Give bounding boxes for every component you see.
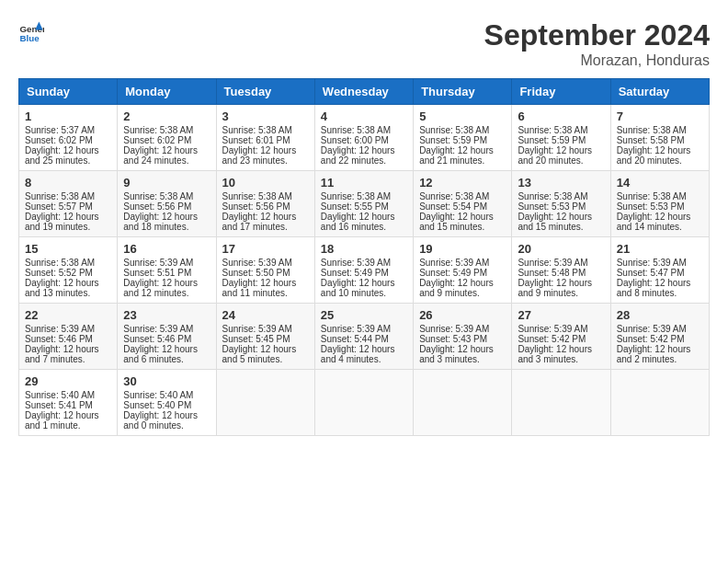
daylight-text: Daylight: 12 hours and 6 minutes. [123, 344, 210, 364]
calendar-day-cell: 19Sunrise: 5:39 AMSunset: 5:49 PMDayligh… [414, 237, 512, 304]
weekday-header-cell: Wednesday [314, 79, 413, 105]
sunrise-text: Sunrise: 5:39 AM [321, 258, 407, 268]
sunset-text: Sunset: 6:02 PM [25, 135, 111, 145]
sunset-text: Sunset: 5:52 PM [25, 268, 111, 278]
day-number: 13 [518, 176, 604, 190]
calendar-day-cell: 2Sunrise: 5:38 AMSunset: 6:02 PMDaylight… [118, 105, 216, 171]
sunrise-text: Sunrise: 5:38 AM [518, 125, 604, 135]
daylight-text: Daylight: 12 hours and 24 minutes. [123, 145, 210, 166]
sunrise-text: Sunrise: 5:39 AM [617, 324, 703, 334]
sunrise-text: Sunrise: 5:38 AM [419, 125, 506, 135]
sunrise-text: Sunrise: 5:39 AM [419, 324, 506, 334]
sunset-text: Sunset: 5:47 PM [617, 268, 703, 278]
sunrise-text: Sunrise: 5:38 AM [222, 125, 309, 135]
calendar-day-cell: 29Sunrise: 5:40 AMSunset: 5:41 PMDayligh… [19, 370, 118, 436]
sunset-text: Sunset: 5:56 PM [222, 201, 309, 212]
day-number: 14 [617, 176, 703, 190]
location-subtitle: Morazan, Honduras [484, 52, 710, 69]
sunset-text: Sunset: 5:45 PM [222, 334, 309, 344]
calendar-week-row: 1Sunrise: 5:37 AMSunset: 6:02 PMDaylight… [19, 105, 710, 171]
day-number: 9 [123, 176, 210, 190]
calendar-day-cell: 3Sunrise: 5:38 AMSunset: 6:01 PMDaylight… [216, 105, 314, 171]
daylight-text: Daylight: 12 hours and 11 minutes. [222, 278, 309, 298]
day-number: 24 [222, 308, 309, 322]
sunrise-text: Sunrise: 5:39 AM [321, 324, 407, 334]
daylight-text: Daylight: 12 hours and 5 minutes. [222, 344, 309, 364]
calendar-day-cell: 26Sunrise: 5:39 AMSunset: 5:43 PMDayligh… [414, 304, 512, 370]
daylight-text: Daylight: 12 hours and 4 minutes. [321, 344, 407, 364]
page-header: General Blue September 2024 Morazan, Hon… [18, 18, 710, 69]
calendar-day-cell: 15Sunrise: 5:38 AMSunset: 5:52 PMDayligh… [19, 237, 118, 304]
daylight-text: Daylight: 12 hours and 14 minutes. [617, 212, 703, 232]
day-number: 17 [222, 242, 309, 256]
sunrise-text: Sunrise: 5:38 AM [123, 125, 210, 135]
calendar-day-cell: 28Sunrise: 5:39 AMSunset: 5:42 PMDayligh… [610, 304, 709, 370]
sunrise-text: Sunrise: 5:38 AM [419, 191, 506, 201]
day-number: 5 [419, 109, 506, 123]
calendar-day-cell: 23Sunrise: 5:39 AMSunset: 5:46 PMDayligh… [118, 304, 216, 370]
daylight-text: Daylight: 12 hours and 17 minutes. [222, 212, 309, 232]
sunrise-text: Sunrise: 5:39 AM [222, 258, 309, 268]
calendar-day-cell: 17Sunrise: 5:39 AMSunset: 5:50 PMDayligh… [216, 237, 314, 304]
calendar-table: SundayMondayTuesdayWednesdayThursdayFrid… [18, 78, 710, 436]
weekday-header-row: SundayMondayTuesdayWednesdayThursdayFrid… [19, 79, 710, 105]
calendar-day-cell: 14Sunrise: 5:38 AMSunset: 5:53 PMDayligh… [610, 171, 709, 237]
day-number: 6 [518, 109, 604, 123]
daylight-text: Daylight: 12 hours and 15 minutes. [419, 212, 506, 232]
calendar-day-cell: 20Sunrise: 5:39 AMSunset: 5:48 PMDayligh… [512, 237, 610, 304]
calendar-day-cell [216, 370, 314, 436]
daylight-text: Daylight: 12 hours and 19 minutes. [25, 212, 111, 232]
calendar-day-cell: 5Sunrise: 5:38 AMSunset: 5:59 PMDaylight… [414, 105, 512, 171]
day-number: 1 [25, 109, 111, 123]
weekday-header-cell: Monday [118, 79, 216, 105]
sunrise-text: Sunrise: 5:38 AM [321, 125, 407, 135]
daylight-text: Daylight: 12 hours and 21 minutes. [419, 145, 506, 166]
calendar-day-cell: 27Sunrise: 5:39 AMSunset: 5:42 PMDayligh… [512, 304, 610, 370]
calendar-day-cell: 30Sunrise: 5:40 AMSunset: 5:40 PMDayligh… [118, 370, 216, 436]
calendar-week-row: 8Sunrise: 5:38 AMSunset: 5:57 PMDaylight… [19, 171, 710, 237]
sunset-text: Sunset: 5:40 PM [123, 400, 210, 410]
sunset-text: Sunset: 5:58 PM [617, 135, 703, 145]
sunrise-text: Sunrise: 5:38 AM [617, 191, 703, 201]
calendar-day-cell: 6Sunrise: 5:38 AMSunset: 5:59 PMDaylight… [512, 105, 610, 171]
daylight-text: Daylight: 12 hours and 10 minutes. [321, 278, 407, 298]
calendar-day-cell: 25Sunrise: 5:39 AMSunset: 5:44 PMDayligh… [314, 304, 413, 370]
weekday-header-cell: Sunday [19, 79, 118, 105]
day-number: 2 [123, 109, 210, 123]
sunset-text: Sunset: 5:41 PM [25, 400, 111, 410]
svg-text:Blue: Blue [19, 33, 40, 43]
calendar-body: 1Sunrise: 5:37 AMSunset: 6:02 PMDaylight… [19, 105, 710, 436]
sunrise-text: Sunrise: 5:39 AM [123, 324, 210, 334]
sunset-text: Sunset: 6:02 PM [123, 135, 210, 145]
day-number: 27 [518, 308, 604, 322]
sunset-text: Sunset: 5:59 PM [419, 135, 506, 145]
daylight-text: Daylight: 12 hours and 20 minutes. [518, 145, 604, 166]
day-number: 15 [25, 242, 111, 256]
daylight-text: Daylight: 12 hours and 3 minutes. [518, 344, 604, 364]
calendar-day-cell: 8Sunrise: 5:38 AMSunset: 5:57 PMDaylight… [19, 171, 118, 237]
sunset-text: Sunset: 5:49 PM [419, 268, 506, 278]
logo-icon: General Blue [18, 18, 44, 44]
calendar-day-cell: 13Sunrise: 5:38 AMSunset: 5:53 PMDayligh… [512, 171, 610, 237]
daylight-text: Daylight: 12 hours and 20 minutes. [617, 145, 703, 166]
sunrise-text: Sunrise: 5:40 AM [25, 390, 111, 400]
sunrise-text: Sunrise: 5:39 AM [222, 324, 309, 334]
daylight-text: Daylight: 12 hours and 13 minutes. [25, 278, 111, 298]
day-number: 7 [617, 109, 703, 123]
day-number: 4 [321, 109, 407, 123]
day-number: 12 [419, 176, 506, 190]
weekday-header-cell: Friday [512, 79, 610, 105]
sunset-text: Sunset: 5:48 PM [518, 268, 604, 278]
sunrise-text: Sunrise: 5:39 AM [518, 324, 604, 334]
daylight-text: Daylight: 12 hours and 7 minutes. [25, 344, 111, 364]
sunrise-text: Sunrise: 5:38 AM [25, 191, 111, 201]
calendar-day-cell: 24Sunrise: 5:39 AMSunset: 5:45 PMDayligh… [216, 304, 314, 370]
sunset-text: Sunset: 5:46 PM [123, 334, 210, 344]
daylight-text: Daylight: 12 hours and 12 minutes. [123, 278, 210, 298]
sunrise-text: Sunrise: 5:38 AM [222, 191, 309, 201]
calendar-day-cell: 7Sunrise: 5:38 AMSunset: 5:58 PMDaylight… [610, 105, 709, 171]
sunrise-text: Sunrise: 5:39 AM [25, 324, 111, 334]
calendar-day-cell [414, 370, 512, 436]
calendar-day-cell [314, 370, 413, 436]
daylight-text: Daylight: 12 hours and 3 minutes. [419, 344, 506, 364]
